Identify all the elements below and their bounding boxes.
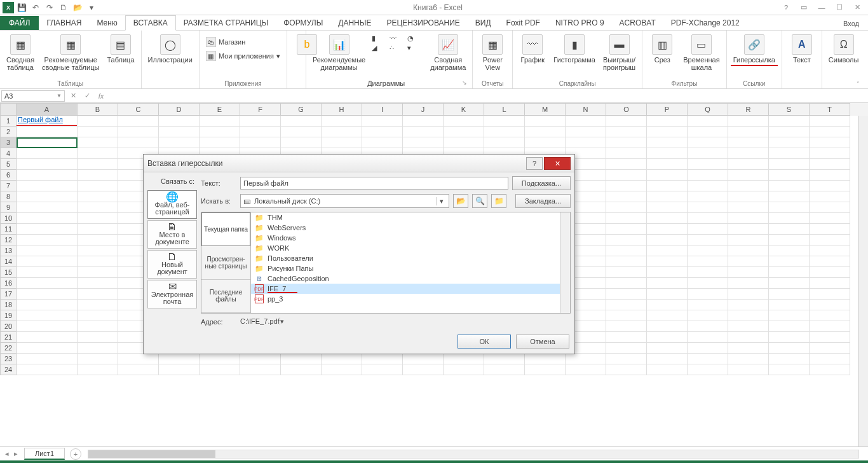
store-button[interactable]: 🛍Магазин: [203, 36, 283, 48]
link-email-button[interactable]: ✉Электронная почта: [147, 280, 197, 308]
cell[interactable]: [688, 191, 728, 202]
cell[interactable]: [606, 137, 647, 148]
cell[interactable]: [444, 116, 484, 127]
maximize-icon[interactable]: ☐: [831, 1, 848, 14]
col-header[interactable]: E: [200, 103, 240, 116]
cell[interactable]: [606, 256, 647, 267]
screentip-button[interactable]: Подсказка...: [512, 176, 571, 190]
cell[interactable]: [17, 364, 78, 375]
open-button[interactable]: 📂: [71, 1, 84, 14]
cell[interactable]: [728, 332, 769, 343]
cell[interactable]: [200, 364, 240, 375]
pivot-table-button[interactable]: ▦Сводная таблица: [4, 33, 37, 73]
cell[interactable]: [688, 321, 728, 332]
cell[interactable]: [159, 116, 200, 127]
cell[interactable]: [688, 245, 728, 256]
cell[interactable]: [647, 224, 688, 235]
tab-layout[interactable]: РАЗМЕТКА СТРАНИЦЫ: [176, 16, 276, 30]
cell[interactable]: [17, 181, 78, 191]
cell[interactable]: [403, 116, 444, 127]
cell[interactable]: [78, 343, 118, 354]
cell[interactable]: [728, 354, 769, 364]
cell[interactable]: [484, 127, 525, 137]
cell[interactable]: [118, 354, 159, 364]
cell[interactable]: [647, 137, 688, 148]
file-item[interactable]: PDFIFE_7: [251, 284, 560, 294]
dialog-close-button[interactable]: ✕: [544, 157, 571, 170]
sheet-nav-prev[interactable]: ◂: [3, 450, 11, 458]
cell[interactable]: [688, 202, 728, 213]
cell[interactable]: [810, 267, 850, 278]
cell[interactable]: [240, 116, 281, 127]
chevron-down-icon[interactable]: ▾: [280, 317, 284, 325]
cell[interactable]: [810, 116, 850, 127]
cell[interactable]: [118, 127, 159, 137]
cell[interactable]: [769, 170, 810, 181]
cell[interactable]: [362, 137, 403, 148]
cell[interactable]: [647, 191, 688, 202]
cell[interactable]: [78, 332, 118, 343]
cell[interactable]: [525, 116, 566, 127]
lookin-combo[interactable]: 🖴 Локальный диск (C:) ▾: [240, 194, 449, 208]
cell[interactable]: [810, 354, 850, 364]
cell[interactable]: [606, 127, 647, 137]
enter-formula-icon[interactable]: ✓: [80, 92, 94, 100]
cell[interactable]: [647, 278, 688, 289]
cell[interactable]: [17, 321, 78, 332]
col-header[interactable]: C: [118, 103, 159, 116]
cell[interactable]: [810, 224, 850, 235]
timeline-button[interactable]: ▭Временная шкала: [681, 33, 722, 73]
my-apps-button[interactable]: ▦Мои приложения▾: [203, 50, 283, 62]
cell[interactable]: [728, 116, 769, 127]
cell[interactable]: [769, 332, 810, 343]
cell[interactable]: [647, 181, 688, 191]
cell[interactable]: [728, 127, 769, 137]
cancel-formula-icon[interactable]: ✕: [66, 92, 80, 100]
cell[interactable]: [647, 321, 688, 332]
close-icon[interactable]: ✕: [849, 1, 865, 14]
row-header[interactable]: 7: [0, 181, 17, 191]
cell[interactable]: [606, 289, 647, 300]
cell[interactable]: [403, 364, 444, 375]
cell[interactable]: [240, 354, 281, 364]
cell[interactable]: [769, 256, 810, 267]
cell[interactable]: [200, 137, 240, 148]
cell[interactable]: [17, 289, 78, 300]
cell[interactable]: [769, 127, 810, 137]
sheet-nav-next[interactable]: ▸: [11, 450, 20, 458]
cell[interactable]: [159, 354, 200, 364]
col-header[interactable]: T: [810, 103, 850, 116]
cell[interactable]: [810, 148, 850, 159]
tab-home[interactable]: ГЛАВНАЯ: [39, 16, 89, 30]
file-item[interactable]: 📁Windows: [251, 233, 560, 243]
chevron-down-icon[interactable]: ▼: [57, 93, 62, 99]
cell[interactable]: [688, 116, 728, 127]
cell[interactable]: [606, 235, 647, 245]
cell[interactable]: [810, 202, 850, 213]
cell[interactable]: [647, 116, 688, 127]
tab-foxit[interactable]: Foxit PDF: [499, 16, 548, 30]
cell[interactable]: [78, 256, 118, 267]
cell[interactable]: [118, 364, 159, 375]
cell[interactable]: [810, 364, 850, 375]
cell[interactable]: [78, 191, 118, 202]
row-header[interactable]: 21: [0, 332, 17, 343]
cell[interactable]: [566, 354, 606, 364]
cell[interactable]: [606, 202, 647, 213]
cell[interactable]: [810, 310, 850, 321]
cell[interactable]: [159, 364, 200, 375]
cell[interactable]: [525, 137, 566, 148]
cell[interactable]: [688, 310, 728, 321]
cell[interactable]: [728, 245, 769, 256]
recent-files-tab[interactable]: Последние файлы: [201, 280, 250, 313]
cell[interactable]: [647, 127, 688, 137]
cell[interactable]: [281, 137, 322, 148]
cell[interactable]: [810, 289, 850, 300]
cell[interactable]: [688, 137, 728, 148]
cell[interactable]: [810, 127, 850, 137]
cell[interactable]: [606, 343, 647, 354]
cell[interactable]: [688, 332, 728, 343]
row-header[interactable]: 19: [0, 310, 17, 321]
file-item[interactable]: 📁THM: [251, 212, 560, 223]
add-sheet-button[interactable]: +: [70, 448, 81, 460]
